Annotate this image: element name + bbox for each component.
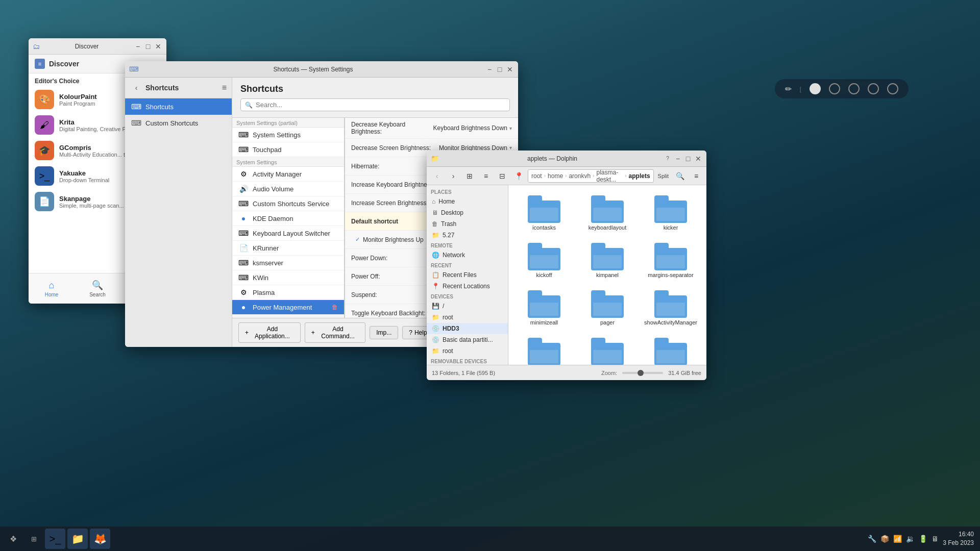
place-network[interactable]: 🌐 Network <box>427 249 508 261</box>
bread-root[interactable]: root <box>531 172 542 180</box>
bread-aronkvh[interactable]: aronkvh <box>569 172 591 180</box>
place-root2[interactable]: 📁 root <box>427 345 508 357</box>
discover-maximize-btn[interactable]: □ <box>144 42 152 51</box>
widget-dot-3[interactable] <box>848 83 860 94</box>
dolphin-breadcrumb[interactable]: root › home › aronkvh › plasma-deskt... … <box>528 169 654 183</box>
shortcut-app-touchpad[interactable]: ⌨ Touchpad <box>232 142 344 157</box>
discover-close-btn[interactable]: ✕ <box>154 42 162 51</box>
add-application-button[interactable]: + Add Application... <box>238 322 301 343</box>
sidebar-item-custom-shortcuts-label: Custom Shortcuts <box>145 119 198 127</box>
dolphin-view-compact-btn[interactable]: ⊟ <box>495 169 509 183</box>
search-icon: 🔍 <box>245 102 253 109</box>
shortcuts-search-input[interactable] <box>256 101 505 109</box>
taskbar-browser-app[interactable]: 🦊 <box>90 529 110 549</box>
shortcut-app-audio-volume[interactable]: 🔊 Audio Volume <box>232 182 344 196</box>
dolphin-minimize-btn[interactable]: − <box>674 155 682 163</box>
widget-dot-5[interactable] <box>887 83 898 94</box>
desktop-place-label: Desktop <box>441 209 463 216</box>
place-basic-data[interactable]: 💿 Basic data partiti... <box>427 334 508 345</box>
sidebar-back-title: Shortcuts <box>145 84 179 92</box>
file-showactivitymanager[interactable]: showActivityManager <box>641 286 700 330</box>
shortcut-app-activity-manager[interactable]: ⚙ Activity Manager <box>232 167 344 182</box>
file-more-2[interactable] <box>578 334 637 365</box>
shortcut-app-keyboard-layout[interactable]: ⌨ Keyboard Layout Switcher <box>232 226 344 241</box>
bread-home[interactable]: home <box>548 172 563 180</box>
dolphin-zoom-control[interactable] <box>622 372 663 374</box>
dolphin-menu-btn[interactable]: ≡ <box>689 169 703 183</box>
place-hdd3[interactable]: 💿 HDD3 <box>427 323 508 334</box>
shortcut-app-custom-shortcuts-service[interactable]: ⌨ Custom Shortcuts Service <box>232 196 344 211</box>
file-more-3[interactable] <box>641 334 700 365</box>
shortcut-app-kde-daemon[interactable]: ● KDE Daemon <box>232 211 344 226</box>
bread-sep-1: › <box>544 173 546 179</box>
shortcuts-close-btn[interactable]: ✕ <box>506 65 514 73</box>
shortcuts-minimize-btn[interactable]: − <box>485 65 494 73</box>
dolphin-close-btn[interactable]: ✕ <box>694 155 702 163</box>
taskbar-tray-icon-3[interactable]: 📶 <box>893 535 902 543</box>
decrease-kb-value[interactable]: Keyboard Brightness Down ▾ <box>433 124 512 132</box>
file-pager[interactable]: pager <box>578 286 637 330</box>
import-button[interactable]: Imp... <box>370 326 398 339</box>
place-root-slash[interactable]: 💾 / <box>427 300 508 312</box>
bread-applets[interactable]: applets <box>629 172 650 180</box>
dolphin-maximize-btn[interactable]: □ <box>684 155 692 163</box>
shortcut-app-plasma[interactable]: ⚙ Plasma <box>232 285 344 300</box>
dolphin-back-btn[interactable]: ‹ <box>430 169 444 183</box>
taskbar-tray-icon-5[interactable]: 🔋 <box>919 535 927 543</box>
dolphin-window-title: applets — Dolphin <box>441 155 664 162</box>
power-management-delete-icon[interactable]: 🗑 <box>332 304 338 311</box>
dolphin-search-btn[interactable]: 🔍 <box>673 169 687 183</box>
bread-plasma[interactable]: plasma-deskt... <box>596 169 623 183</box>
taskbar-clock[interactable]: 16:40 3 Feb 2023 <box>943 530 974 547</box>
shortcut-app-ksmserver[interactable]: ⌨ ksmserver <box>232 256 344 270</box>
file-kimpanel[interactable]: kimpanel <box>578 239 637 282</box>
discover-nav-home[interactable]: ⌂ Home <box>29 273 75 304</box>
place-recent-files[interactable]: 📋 Recent Files <box>427 269 508 281</box>
file-kickoff[interactable]: kickoff <box>514 239 574 282</box>
place-trash[interactable]: 🗑 Trash <box>427 218 508 230</box>
sidebar-item-shortcuts[interactable]: ⌨ Shortcuts <box>125 98 232 115</box>
place-recent-locations[interactable]: 📍 Recent Locations <box>427 281 508 292</box>
back-button[interactable]: ‹ <box>130 82 142 94</box>
widget-dot-2[interactable] <box>829 83 840 94</box>
taskbar-start-button[interactable]: ❖ <box>4 530 22 548</box>
activity-manager-icon: ⚙ <box>238 170 249 178</box>
dolphin-forward-btn[interactable]: › <box>446 169 460 183</box>
discover-nav-search[interactable]: 🔍 Search <box>75 273 120 304</box>
shortcuts-maximize-btn[interactable]: □ <box>496 65 504 73</box>
file-keyboardlayout[interactable]: keyboardlayout <box>578 191 637 235</box>
add-command-label: Add Command... <box>317 325 359 340</box>
place-home[interactable]: ⌂ Home <box>427 196 508 207</box>
place-desktop[interactable]: 🖥 Desktop <box>427 207 508 218</box>
file-margins-separator[interactable]: margins-separator <box>641 239 700 282</box>
file-minimizeall[interactable]: minimizeall <box>514 286 574 330</box>
place-root1[interactable]: 📁 root <box>427 312 508 323</box>
taskbar-tray-icon-6[interactable]: 🖥 <box>932 535 939 543</box>
taskbar-files-app[interactable]: 📁 <box>67 529 88 549</box>
file-icontasks[interactable]: icontasks <box>514 191 574 235</box>
taskbar-tray-icon-1[interactable]: 🔧 <box>868 535 876 543</box>
sidebar-menu-button[interactable]: ≡ <box>222 83 227 92</box>
widget-dot-4[interactable] <box>868 83 879 94</box>
shortcut-app-system-settings[interactable]: ⌨ System Settings <box>232 128 344 142</box>
taskbar-tray-icon-2[interactable]: 📦 <box>880 535 889 543</box>
dolphin-view-list-btn[interactable]: ≡ <box>479 169 493 183</box>
sidebar-item-custom-shortcuts[interactable]: ⌨ Custom Shortcuts <box>125 115 232 131</box>
taskbar-pager[interactable]: ⊞ <box>24 530 43 548</box>
dolphin-view-icons-btn[interactable]: ⊞ <box>462 169 477 183</box>
taskbar-tray-icon-4[interactable]: 🔉 <box>906 535 915 543</box>
shortcut-app-power-management[interactable]: ● Power Management 🗑 <box>232 300 344 315</box>
discover-minimize-btn[interactable]: − <box>134 42 142 51</box>
file-kicker[interactable]: kicker <box>641 191 700 235</box>
taskbar-terminal-app[interactable]: >_ <box>45 529 65 549</box>
dolphin-help-btn[interactable]: ? <box>664 155 672 163</box>
shortcut-app-kwin[interactable]: ⌨ KWin <box>232 270 344 285</box>
dolphin-split-btn[interactable]: Split <box>656 169 671 183</box>
dolphin-places-btn[interactable]: 📍 <box>511 169 526 183</box>
add-command-button[interactable]: + Add Command... <box>305 322 365 343</box>
shortcut-app-krunner[interactable]: 📄 KRunner <box>232 241 344 256</box>
widget-dot-1[interactable] <box>810 83 821 94</box>
place-527[interactable]: 📁 5.27 <box>427 230 508 241</box>
file-more-1[interactable] <box>514 334 574 365</box>
root-slash-icon: 💾 <box>432 303 439 310</box>
